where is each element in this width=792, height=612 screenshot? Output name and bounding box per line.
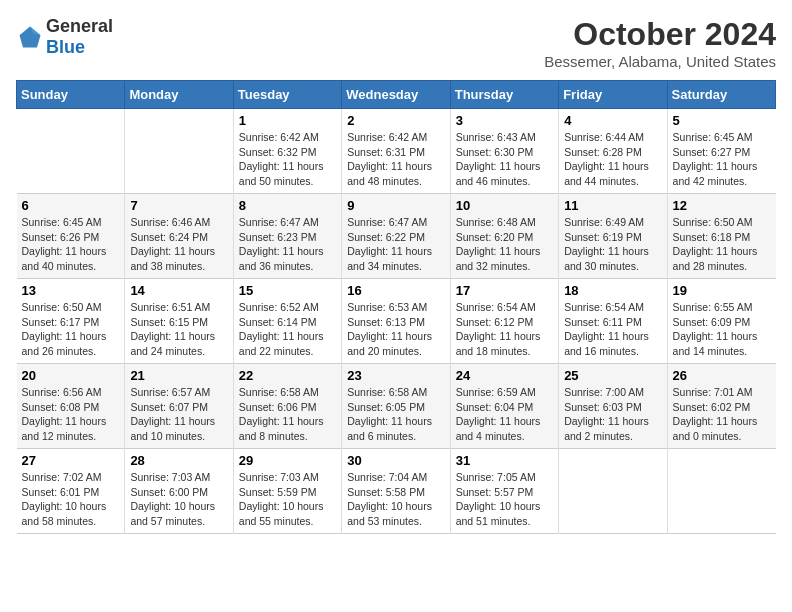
day-info: Sunrise: 6:46 AM Sunset: 6:24 PM Dayligh… (130, 215, 227, 274)
day-info: Sunrise: 7:05 AM Sunset: 5:57 PM Dayligh… (456, 470, 553, 529)
column-header-sunday: Sunday (17, 81, 125, 109)
day-cell: 17Sunrise: 6:54 AM Sunset: 6:12 PM Dayli… (450, 279, 558, 364)
day-number: 5 (673, 113, 771, 128)
day-info: Sunrise: 6:47 AM Sunset: 6:23 PM Dayligh… (239, 215, 336, 274)
day-info: Sunrise: 6:49 AM Sunset: 6:19 PM Dayligh… (564, 215, 661, 274)
logo-text-blue: Blue (46, 37, 85, 57)
day-info: Sunrise: 6:45 AM Sunset: 6:27 PM Dayligh… (673, 130, 771, 189)
day-info: Sunrise: 6:54 AM Sunset: 6:12 PM Dayligh… (456, 300, 553, 359)
day-cell: 28Sunrise: 7:03 AM Sunset: 6:00 PM Dayli… (125, 449, 233, 534)
day-number: 7 (130, 198, 227, 213)
day-cell: 2Sunrise: 6:42 AM Sunset: 6:31 PM Daylig… (342, 109, 450, 194)
day-cell: 15Sunrise: 6:52 AM Sunset: 6:14 PM Dayli… (233, 279, 341, 364)
day-info: Sunrise: 6:51 AM Sunset: 6:15 PM Dayligh… (130, 300, 227, 359)
day-cell: 19Sunrise: 6:55 AM Sunset: 6:09 PM Dayli… (667, 279, 775, 364)
day-cell: 5Sunrise: 6:45 AM Sunset: 6:27 PM Daylig… (667, 109, 775, 194)
month-title: October 2024 (544, 16, 776, 53)
week-row-3: 13Sunrise: 6:50 AM Sunset: 6:17 PM Dayli… (17, 279, 776, 364)
day-cell (17, 109, 125, 194)
week-row-2: 6Sunrise: 6:45 AM Sunset: 6:26 PM Daylig… (17, 194, 776, 279)
day-cell: 23Sunrise: 6:58 AM Sunset: 6:05 PM Dayli… (342, 364, 450, 449)
day-info: Sunrise: 6:43 AM Sunset: 6:30 PM Dayligh… (456, 130, 553, 189)
day-info: Sunrise: 7:03 AM Sunset: 6:00 PM Dayligh… (130, 470, 227, 529)
day-cell: 27Sunrise: 7:02 AM Sunset: 6:01 PM Dayli… (17, 449, 125, 534)
day-cell: 11Sunrise: 6:49 AM Sunset: 6:19 PM Dayli… (559, 194, 667, 279)
day-info: Sunrise: 6:56 AM Sunset: 6:08 PM Dayligh… (22, 385, 120, 444)
day-number: 20 (22, 368, 120, 383)
column-header-saturday: Saturday (667, 81, 775, 109)
logo-icon (16, 23, 44, 51)
day-cell: 18Sunrise: 6:54 AM Sunset: 6:11 PM Dayli… (559, 279, 667, 364)
day-info: Sunrise: 6:59 AM Sunset: 6:04 PM Dayligh… (456, 385, 553, 444)
day-number: 2 (347, 113, 444, 128)
day-number: 25 (564, 368, 661, 383)
day-cell: 4Sunrise: 6:44 AM Sunset: 6:28 PM Daylig… (559, 109, 667, 194)
day-cell: 26Sunrise: 7:01 AM Sunset: 6:02 PM Dayli… (667, 364, 775, 449)
day-number: 15 (239, 283, 336, 298)
day-number: 31 (456, 453, 553, 468)
day-number: 30 (347, 453, 444, 468)
day-cell: 21Sunrise: 6:57 AM Sunset: 6:07 PM Dayli… (125, 364, 233, 449)
week-row-1: 1Sunrise: 6:42 AM Sunset: 6:32 PM Daylig… (17, 109, 776, 194)
day-info: Sunrise: 6:50 AM Sunset: 6:17 PM Dayligh… (22, 300, 120, 359)
day-info: Sunrise: 6:50 AM Sunset: 6:18 PM Dayligh… (673, 215, 771, 274)
day-cell: 13Sunrise: 6:50 AM Sunset: 6:17 PM Dayli… (17, 279, 125, 364)
week-row-4: 20Sunrise: 6:56 AM Sunset: 6:08 PM Dayli… (17, 364, 776, 449)
day-info: Sunrise: 6:42 AM Sunset: 6:31 PM Dayligh… (347, 130, 444, 189)
page-header: General Blue October 2024 Bessemer, Alab… (16, 16, 776, 70)
location-title: Bessemer, Alabama, United States (544, 53, 776, 70)
day-number: 9 (347, 198, 444, 213)
day-cell: 7Sunrise: 6:46 AM Sunset: 6:24 PM Daylig… (125, 194, 233, 279)
day-cell: 1Sunrise: 6:42 AM Sunset: 6:32 PM Daylig… (233, 109, 341, 194)
day-cell: 10Sunrise: 6:48 AM Sunset: 6:20 PM Dayli… (450, 194, 558, 279)
day-cell: 6Sunrise: 6:45 AM Sunset: 6:26 PM Daylig… (17, 194, 125, 279)
day-number: 23 (347, 368, 444, 383)
day-number: 16 (347, 283, 444, 298)
week-row-5: 27Sunrise: 7:02 AM Sunset: 6:01 PM Dayli… (17, 449, 776, 534)
svg-marker-0 (20, 27, 41, 48)
day-info: Sunrise: 6:44 AM Sunset: 6:28 PM Dayligh… (564, 130, 661, 189)
day-cell: 22Sunrise: 6:58 AM Sunset: 6:06 PM Dayli… (233, 364, 341, 449)
day-number: 17 (456, 283, 553, 298)
day-cell: 24Sunrise: 6:59 AM Sunset: 6:04 PM Dayli… (450, 364, 558, 449)
logo-text-general: General (46, 16, 113, 36)
day-number: 28 (130, 453, 227, 468)
day-cell: 29Sunrise: 7:03 AM Sunset: 5:59 PM Dayli… (233, 449, 341, 534)
day-number: 29 (239, 453, 336, 468)
column-header-friday: Friday (559, 81, 667, 109)
day-info: Sunrise: 6:58 AM Sunset: 6:06 PM Dayligh… (239, 385, 336, 444)
column-header-monday: Monday (125, 81, 233, 109)
day-number: 6 (22, 198, 120, 213)
day-info: Sunrise: 6:48 AM Sunset: 6:20 PM Dayligh… (456, 215, 553, 274)
day-number: 18 (564, 283, 661, 298)
day-info: Sunrise: 6:42 AM Sunset: 6:32 PM Dayligh… (239, 130, 336, 189)
day-number: 24 (456, 368, 553, 383)
day-info: Sunrise: 6:47 AM Sunset: 6:22 PM Dayligh… (347, 215, 444, 274)
day-number: 22 (239, 368, 336, 383)
day-info: Sunrise: 6:55 AM Sunset: 6:09 PM Dayligh… (673, 300, 771, 359)
day-number: 13 (22, 283, 120, 298)
day-number: 26 (673, 368, 771, 383)
day-info: Sunrise: 6:57 AM Sunset: 6:07 PM Dayligh… (130, 385, 227, 444)
day-info: Sunrise: 7:03 AM Sunset: 5:59 PM Dayligh… (239, 470, 336, 529)
day-info: Sunrise: 6:53 AM Sunset: 6:13 PM Dayligh… (347, 300, 444, 359)
column-header-wednesday: Wednesday (342, 81, 450, 109)
day-cell (125, 109, 233, 194)
day-cell: 12Sunrise: 6:50 AM Sunset: 6:18 PM Dayli… (667, 194, 775, 279)
day-number: 11 (564, 198, 661, 213)
day-number: 4 (564, 113, 661, 128)
day-cell: 20Sunrise: 6:56 AM Sunset: 6:08 PM Dayli… (17, 364, 125, 449)
day-cell (667, 449, 775, 534)
calendar-table: SundayMondayTuesdayWednesdayThursdayFrid… (16, 80, 776, 534)
day-cell: 9Sunrise: 6:47 AM Sunset: 6:22 PM Daylig… (342, 194, 450, 279)
day-cell: 16Sunrise: 6:53 AM Sunset: 6:13 PM Dayli… (342, 279, 450, 364)
title-block: October 2024 Bessemer, Alabama, United S… (544, 16, 776, 70)
day-info: Sunrise: 7:00 AM Sunset: 6:03 PM Dayligh… (564, 385, 661, 444)
column-header-tuesday: Tuesday (233, 81, 341, 109)
column-header-thursday: Thursday (450, 81, 558, 109)
day-info: Sunrise: 7:01 AM Sunset: 6:02 PM Dayligh… (673, 385, 771, 444)
day-cell: 31Sunrise: 7:05 AM Sunset: 5:57 PM Dayli… (450, 449, 558, 534)
day-info: Sunrise: 7:02 AM Sunset: 6:01 PM Dayligh… (22, 470, 120, 529)
day-number: 3 (456, 113, 553, 128)
header-row: SundayMondayTuesdayWednesdayThursdayFrid… (17, 81, 776, 109)
